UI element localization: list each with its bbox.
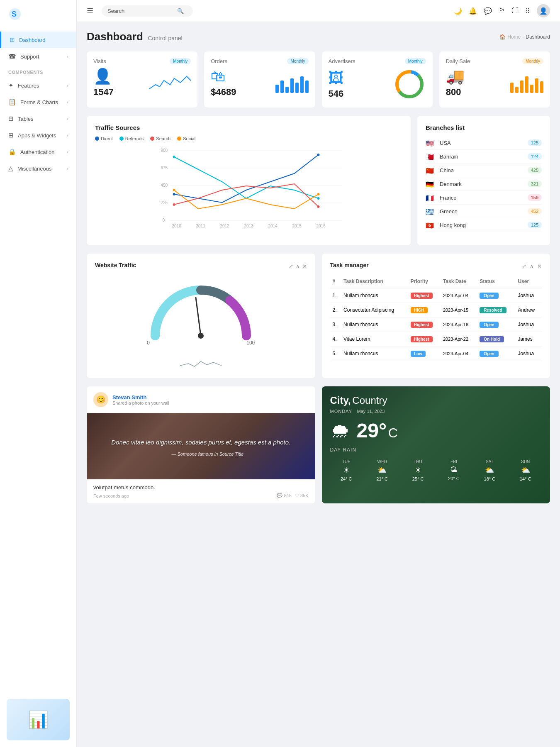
table-row: 5. Nullam rhoncus Low 2023-Apr-04 Open J… xyxy=(330,347,542,361)
task-num: 4. xyxy=(330,332,341,347)
table-row: 2. Consectetur Adipiscing HIGH 2023-Apr-… xyxy=(330,303,542,317)
svg-point-39 xyxy=(173,156,175,158)
collapse-button[interactable]: ∧ xyxy=(296,263,300,269)
search-input[interactable] xyxy=(107,8,174,14)
svg-text:225: 225 xyxy=(161,200,168,205)
advertisers-title: Advertisers xyxy=(329,58,355,64)
branch-item-china: 🇨🇳 China 425 xyxy=(426,164,542,177)
chevron-right-icon: › xyxy=(67,54,68,59)
auth-icon: 🔒 xyxy=(8,148,16,156)
forecast-icon: ⛅ xyxy=(473,466,506,475)
social-user-name: Stevan Smith xyxy=(112,394,169,400)
sidebar-item-label: Support xyxy=(20,54,39,60)
legend-search-label: Search xyxy=(156,136,170,141)
svg-text:900: 900 xyxy=(161,148,168,153)
task-priority: Highest xyxy=(408,288,441,303)
col-date: Task Date xyxy=(441,275,477,288)
notification-icon[interactable]: 🔔 xyxy=(469,7,477,15)
svg-rect-16 xyxy=(525,76,528,93)
weather-unit: C xyxy=(388,425,398,440)
svg-point-44 xyxy=(317,193,320,195)
branch-count: 321 xyxy=(528,181,542,187)
task-expand-button[interactable]: ⤢ xyxy=(522,263,526,269)
task-user: Joshua xyxy=(515,347,542,361)
page-subtitle: Control panel xyxy=(148,35,182,42)
sidebar-item-forms-charts[interactable]: 📋 Forms & Charts › xyxy=(0,94,76,110)
orders-title: Orders xyxy=(211,58,227,64)
forecast-icon: 🌤 xyxy=(438,466,470,474)
task-date: 2023-Apr-04 xyxy=(441,288,477,303)
forecast-item: TUE ☀ 24° C xyxy=(330,459,363,481)
col-status: Status xyxy=(477,275,515,288)
task-close-button[interactable]: ✕ xyxy=(537,263,542,269)
col-priority: Priority xyxy=(408,275,441,288)
branches-card: Branches list 🇺🇸 USA 125 🇧🇭 Bahrain 124 … xyxy=(417,116,550,245)
sidebar-item-tables[interactable]: ⊟ Tables › xyxy=(0,110,76,127)
sidebar-item-label: Forms & Charts xyxy=(20,99,58,105)
forecast-icon: ☀ xyxy=(330,466,363,475)
grid-icon[interactable]: ⠿ xyxy=(525,7,530,15)
weather-location: City, Country xyxy=(330,395,542,406)
svg-text:675: 675 xyxy=(161,166,168,170)
task-user: Joshua xyxy=(515,288,542,303)
dashboard-icon: ⊞ xyxy=(10,36,15,44)
weather-day: MONDAY xyxy=(330,409,352,414)
task-user: James xyxy=(515,332,542,347)
svg-text:2011: 2011 xyxy=(196,224,206,228)
sidebar-item-features[interactable]: ✦ Features › xyxy=(0,77,76,94)
branch-count: 159 xyxy=(528,194,542,201)
orders-chart xyxy=(275,72,309,93)
sidebar-item-dashboard[interactable]: ⊞ Dashboard xyxy=(0,32,76,48)
chevron-right-icon: › xyxy=(67,133,68,138)
social-user-action: Shared a photo on your wall xyxy=(112,400,169,405)
sidebar-item-support[interactable]: ☎ Support › xyxy=(0,48,76,65)
website-traffic-card: Website Traffic ⤢ ∧ ✕ xyxy=(87,254,315,378)
task-collapse-button[interactable]: ∧ xyxy=(530,263,534,269)
sidebar-item-apps-widgets[interactable]: ⊞ Apps & Widgets › xyxy=(0,127,76,144)
forecast-item: WED ⛅ 21° C xyxy=(366,459,398,481)
main-panel: ☰ 🔍 🌙 🔔 💬 🏳 ⛶ ⠿ 👤 Dashboard Control pane… xyxy=(77,0,560,747)
legend-direct: Direct xyxy=(95,136,113,141)
col-desc: Task Description xyxy=(341,275,408,288)
close-button[interactable]: ✕ xyxy=(302,263,307,269)
apps-icon: ⊞ xyxy=(8,132,14,139)
task-controls: ⤢ ∧ ✕ xyxy=(522,263,542,269)
branch-name: China xyxy=(440,167,523,173)
forms-icon: 📋 xyxy=(8,98,16,106)
breadcrumb-current: Dashboard xyxy=(526,34,550,40)
task-status: Open xyxy=(477,288,515,303)
svg-text:2012: 2012 xyxy=(220,224,230,228)
avatar[interactable]: 👤 xyxy=(537,4,550,17)
task-date: 2023-Apr-04 xyxy=(441,347,477,361)
bottom-row: 😊 Stevan Smith Shared a photo on your wa… xyxy=(87,386,550,503)
breadcrumb: 🏠 Home - Dashboard xyxy=(499,34,550,40)
social-user-info: Stevan Smith Shared a photo on your wall xyxy=(112,394,169,405)
svg-text:0: 0 xyxy=(163,218,165,222)
menu-button[interactable]: ☰ xyxy=(87,6,93,15)
table-row: 1. Nullam rhoncus Highest 2023-Apr-04 Op… xyxy=(330,288,542,303)
branch-name: Denmark xyxy=(440,181,523,187)
sidebar-item-label: Apps & Widgets xyxy=(18,132,56,139)
sidebar-item-miscellaneous[interactable]: △ Miscellaneous › xyxy=(0,160,76,177)
search-box[interactable]: 🔍 xyxy=(102,5,193,17)
message-icon[interactable]: 💬 xyxy=(484,7,492,15)
legend-referrals-label: Referrals xyxy=(125,136,144,141)
social-avatar: 😊 xyxy=(93,392,108,407)
forecast-temp: 25° C xyxy=(402,476,434,481)
flag-icon[interactable]: 🏳 xyxy=(499,7,505,15)
stats-row: Visits Monthly 👤 1547 Orders M xyxy=(87,51,550,107)
task-priority: HIGH xyxy=(408,303,441,317)
sidebar-item-authentication[interactable]: 🔒 Authentication › xyxy=(0,144,76,160)
theme-toggle-icon[interactable]: 🌙 xyxy=(454,7,462,15)
fullscreen-icon[interactable]: ⛶ xyxy=(512,7,519,15)
forecast-temp: 20° C xyxy=(438,476,470,481)
forecast-label: SUN xyxy=(509,459,542,464)
visits-chart xyxy=(149,72,191,93)
expand-button[interactable]: ⤢ xyxy=(289,263,293,269)
sidebar-promo-card: 📊 xyxy=(7,699,70,740)
forecast-temp: 14° C xyxy=(509,476,542,481)
svg-rect-7 xyxy=(300,76,304,93)
task-num: 5. xyxy=(330,347,341,361)
misc-icon: △ xyxy=(8,165,13,172)
svg-rect-6 xyxy=(295,83,299,93)
